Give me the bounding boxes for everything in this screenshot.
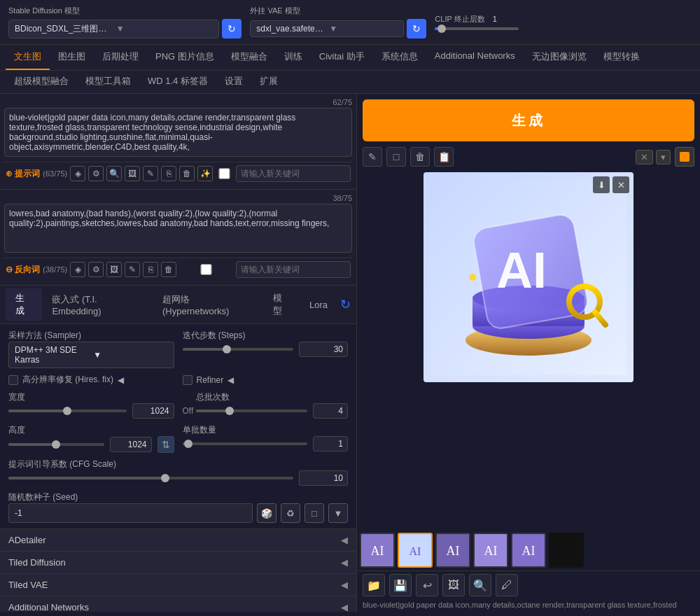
cfg-slider[interactable] <box>8 477 293 479</box>
subtab-super-merge[interactable]: 超级模型融合 <box>6 71 77 93</box>
settings-btn[interactable]: ⚙ <box>88 166 104 181</box>
v-button[interactable]: ▾ <box>656 150 671 164</box>
batch-input[interactable]: 1 <box>313 436 348 451</box>
subtab-wd-tagger[interactable]: WD 1.4 标签器 <box>139 71 216 93</box>
delete-tool-btn[interactable]: 🗑 <box>410 147 430 167</box>
thumbnail-6[interactable] <box>549 533 584 568</box>
x-button[interactable]: ✕ <box>636 150 653 164</box>
tab-model-convert[interactable]: 模型转换 <box>595 45 648 70</box>
additional-networks-section[interactable]: Additional Networks ◀ <box>0 596 356 612</box>
style-btn[interactable]: ◈ <box>70 166 85 181</box>
tab-sysinfo[interactable]: 系统信息 <box>373 45 426 70</box>
cfg-fill <box>8 477 165 479</box>
negative-checkbox[interactable] <box>181 264 232 275</box>
magic-btn[interactable]: ✨ <box>197 166 213 181</box>
seed-generate-btn[interactable]: 🎲 <box>257 503 276 523</box>
steps-input[interactable]: 30 <box>299 342 348 357</box>
subtab-extensions[interactable]: 扩展 <box>251 71 286 93</box>
thumbnail-4[interactable]: AI <box>473 533 508 568</box>
tab-postprocess[interactable]: 后期处理 <box>94 45 147 70</box>
download-image-btn[interactable]: ⬇ <box>593 176 610 193</box>
neg-style-btn[interactable]: ◈ <box>70 262 85 277</box>
negative-prompt-input[interactable]: lowres,bad anatomy,(bad hands),(worst qu… <box>4 204 352 253</box>
height-slider[interactable] <box>8 443 104 446</box>
neg-settings-btn[interactable]: ⚙ <box>88 262 104 277</box>
positive-checkbox[interactable] <box>217 168 232 179</box>
generate-btn[interactable]: 生成 <box>363 99 694 141</box>
tiled-vae-section[interactable]: Tiled VAE ◀ <box>0 573 356 596</box>
seed-input[interactable]: -1 <box>8 503 253 523</box>
refiner-arrow[interactable]: ◀ <box>227 375 234 385</box>
thumbnail-5[interactable]: AI <box>511 533 546 568</box>
width-slider[interactable] <box>8 410 127 412</box>
search-btn[interactable]: 🔍 <box>106 166 122 181</box>
save-btn[interactable]: 💾 <box>389 574 412 596</box>
refiner-checkbox[interactable] <box>183 375 192 385</box>
tab-img2img[interactable]: 图生图 <box>50 45 94 70</box>
width-input[interactable]: 1024 <box>132 403 174 419</box>
tab-image-browser[interactable]: 无边图像浏览 <box>524 45 595 70</box>
thumbnail-3[interactable]: AI <box>435 533 470 568</box>
thumbnail-2[interactable]: AI <box>398 533 433 568</box>
height-input[interactable]: 1024 <box>110 437 152 452</box>
image-btn[interactable]: 🖼 <box>125 166 140 181</box>
tiled-vae-arrow: ◀ <box>341 580 348 590</box>
model-refresh-btn[interactable]: ↻ <box>222 19 241 38</box>
subtab-model-tools[interactable]: 模型工具箱 <box>77 71 139 93</box>
folder-btn[interactable]: 📁 <box>363 574 385 596</box>
subtab-settings[interactable]: 设置 <box>216 71 251 93</box>
clear-btn[interactable]: 🗑 <box>179 166 195 181</box>
neg-edit-btn[interactable]: ✎ <box>125 262 140 277</box>
vae-refresh-btn[interactable]: ↻ <box>407 19 426 38</box>
hires-arrow[interactable]: ◀ <box>118 375 124 385</box>
cfg-input[interactable]: 10 <box>299 470 348 486</box>
tab-train[interactable]: 训练 <box>276 45 311 70</box>
neg-image-btn[interactable]: 🖼 <box>106 262 122 277</box>
tab-txt2img[interactable]: 文生图 <box>6 45 50 70</box>
seed-extra-btn[interactable]: □ <box>304 503 324 523</box>
seed-recycle-btn[interactable]: ♻ <box>281 503 300 523</box>
thumbnail-1[interactable]: AI <box>360 533 395 568</box>
vae-select[interactable]: sdxl_vae.safetensors ▼ <box>250 20 404 37</box>
model-select[interactable]: BDicon_SDXL_三维图标大模型_v1.0.safetensor... ▼ <box>8 20 219 38</box>
total-slider[interactable] <box>196 410 307 412</box>
hires-checkbox[interactable] <box>8 375 18 385</box>
positive-keyword-input[interactable] <box>236 165 351 182</box>
sampler-select[interactable]: DPM++ 3M SDE Karras ▼ <box>8 342 174 368</box>
clipboard-tool-btn[interactable]: 📋 <box>434 147 454 167</box>
color-picker-btn[interactable] <box>675 147 694 167</box>
negative-keyword-input[interactable] <box>236 261 351 278</box>
positive-prompt-input[interactable]: blue-violet|gold paper data icon,many de… <box>4 108 352 157</box>
negative-label: ⊖ 反向词 <box>6 264 40 276</box>
copy-tool-btn[interactable]: □ <box>386 147 406 167</box>
tab-merge[interactable]: 模型融合 <box>223 45 276 70</box>
undo-btn[interactable]: ↩ <box>416 574 438 596</box>
batch-slider[interactable] <box>183 442 308 445</box>
gentab-lora[interactable]: Lora <box>300 296 337 314</box>
gentab-model[interactable]: 模型 <box>263 288 300 321</box>
adetailer-section[interactable]: ADetailer ◀ <box>0 528 356 551</box>
clip-slider[interactable] <box>435 27 519 30</box>
gentab-embedding[interactable]: 嵌入式 (T.I. Embedding) <box>42 290 153 320</box>
steps-slider[interactable] <box>183 348 294 351</box>
gentab-generate[interactable]: 生成 <box>6 288 42 321</box>
tab-civitai[interactable]: Civitai 助手 <box>311 45 373 70</box>
gentab-refresh-btn[interactable]: ↻ <box>340 297 351 312</box>
copy-btn[interactable]: ⎘ <box>161 166 176 181</box>
frame-btn[interactable]: 🖼 <box>442 574 465 596</box>
total-input[interactable]: 4 <box>313 403 348 419</box>
neg-clear-btn[interactable]: 🗑 <box>161 262 176 277</box>
seed-down-btn[interactable]: ▼ <box>328 503 348 523</box>
brush-btn[interactable]: 🖊 <box>496 574 518 596</box>
edit-btn[interactable]: ✎ <box>143 166 158 181</box>
edit-tool-btn[interactable]: ✎ <box>363 147 382 167</box>
gentab-hypernetworks[interactable]: 超网络 (Hypernetworks) <box>153 290 263 320</box>
swap-dimensions-btn[interactable]: ⇅ <box>158 436 174 453</box>
positive-count: (63/75) <box>43 169 67 178</box>
tiled-diffusion-section[interactable]: Tiled Diffusion ◀ <box>0 551 356 573</box>
neg-copy-btn[interactable]: ⎘ <box>143 262 158 277</box>
close-image-btn[interactable]: ✕ <box>612 176 629 193</box>
tab-additional-networks[interactable]: Additional Networks <box>426 45 524 70</box>
tab-png-info[interactable]: PNG 图片信息 <box>147 45 223 70</box>
zoom-btn[interactable]: 🔍 <box>469 574 491 596</box>
